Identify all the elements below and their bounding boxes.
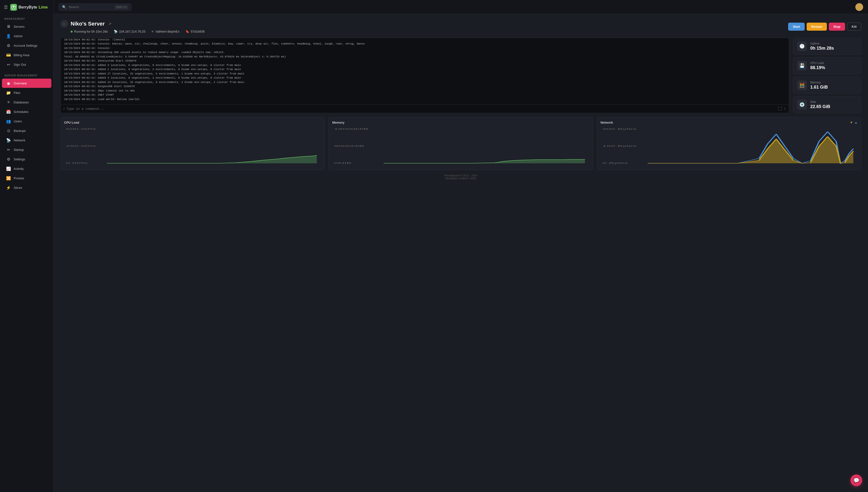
sidebar-label-slices: Slices bbox=[14, 186, 22, 190]
sidebar-label-settings: Settings bbox=[14, 157, 25, 161]
stat-card-uptime: 🕐 Uptime 0h 15m 28s bbox=[793, 38, 861, 55]
sidebar-item-proxies[interactable]: 🔀Proxies bbox=[2, 173, 51, 183]
charts-row: CPU Load 500.00% 250.00% 0.00% Memor bbox=[61, 117, 861, 170]
search-input[interactable] bbox=[69, 5, 112, 9]
console-line: 10/15/2024 00:02:42: Console: /[emote] bbox=[64, 38, 785, 42]
activity-icon: 📈 bbox=[6, 167, 11, 171]
sidebar-label-backups: Backups bbox=[14, 129, 26, 132]
network-down-icon: ▼ bbox=[850, 121, 853, 124]
sidebar-header: ☰ BerryByte Lime bbox=[0, 4, 53, 16]
sidebar-item-backups[interactable]: ⊙Backups bbox=[2, 126, 51, 135]
svg-text:0.00%: 0.00% bbox=[66, 162, 88, 164]
svg-marker-22 bbox=[648, 137, 853, 163]
bookmark-icon: 🔖 bbox=[185, 30, 189, 33]
server-id-text: 57d1b936 bbox=[191, 30, 205, 33]
server-meta: Running for 0h 15m 28s 📡 104.167.214.76:… bbox=[71, 30, 205, 33]
sidebar-item-databases[interactable]: ≡Databases bbox=[2, 98, 51, 107]
status-dot bbox=[71, 31, 73, 32]
stat-card-memory: 🧮 Memory 1.61 GiB bbox=[793, 77, 861, 94]
uptime-stat-value: 0h 15m 28s bbox=[810, 46, 834, 51]
cpu-chart: 500.00% 250.00% 0.00% bbox=[64, 127, 321, 166]
sidebar-item-servers[interactable]: 🖥Servers bbox=[2, 22, 51, 31]
cpu-stat-info: CPU Load 88.19% bbox=[810, 61, 825, 70]
sidebar-label-activity: Activity bbox=[14, 167, 24, 171]
servers-icon: 🖥 bbox=[6, 24, 11, 29]
console-line: 10/15/2024 00:02:42: ZRpc timeout set to… bbox=[64, 89, 785, 93]
server-ip-text: 104.167.214.76:25 bbox=[119, 30, 145, 33]
sidebar-label-files: Files bbox=[14, 91, 20, 95]
console-input-row: / ⛶ ↑ bbox=[61, 104, 789, 113]
network-chart-card: Network ▼ ▲ 300 Bytes 150 Bytes 0 Bytes bbox=[597, 117, 861, 170]
proxies-icon: 🔀 bbox=[6, 176, 11, 180]
sidebar-label-servers: Servers bbox=[14, 25, 25, 28]
external-link-icon[interactable]: ↗ bbox=[108, 22, 111, 26]
footer-line1: Pterodactyl® © 2015 - 2024 bbox=[61, 174, 861, 177]
sidebar-item-users[interactable]: 👥Users bbox=[2, 117, 51, 126]
sidebar-item-slices[interactable]: ⚡Slices bbox=[2, 183, 51, 192]
admin-icon: 👤 bbox=[6, 34, 11, 38]
footer-line2: BerryByte Limited © 2024 bbox=[61, 177, 861, 180]
sidebar-label-account-settings: Account Settings bbox=[14, 44, 38, 47]
page-content: ← Niko's Server ↗ Running for 0h 15m 28s… bbox=[53, 14, 868, 492]
server-game-text: Valheim BepInEx bbox=[156, 30, 180, 33]
console-line: 10/15/2024 00:02:42: Added 24 locations,… bbox=[64, 80, 785, 84]
disk-stat-value: 22.65 GiB bbox=[810, 104, 830, 109]
footer: Pterodactyl® © 2015 - 2024 BerryByte Lim… bbox=[61, 174, 861, 182]
management-section-label: MANAGEMENT bbox=[0, 16, 53, 22]
svg-marker-8 bbox=[107, 155, 317, 163]
restart-button[interactable]: Restart bbox=[806, 23, 827, 31]
user-avatar[interactable] bbox=[855, 3, 863, 11]
sidebar-label-billing-area: Billing Area bbox=[14, 53, 29, 57]
console-prompt: / bbox=[64, 107, 65, 111]
sidebar-item-overview[interactable]: ◉Overview bbox=[2, 79, 51, 88]
sidebar-label-admin: Admin bbox=[14, 34, 23, 38]
chat-bubble[interactable]: 💬 bbox=[850, 474, 862, 486]
memory-stat-icon: 🧮 bbox=[797, 80, 807, 90]
console-line: Total: 66.606933 ms (FindLiveObjects: 5.… bbox=[64, 55, 785, 59]
console-line: 10/15/2024 00:02:42: Console: bbox=[64, 46, 785, 50]
stop-button[interactable]: Stop bbox=[829, 23, 845, 31]
databases-icon: ≡ bbox=[6, 100, 11, 104]
sidebar-item-startup[interactable]: ✏Startup bbox=[2, 145, 51, 154]
sidebar-item-network[interactable]: 📡Network bbox=[2, 136, 51, 145]
start-button[interactable]: Start bbox=[788, 23, 805, 31]
sidebar-label-sign-out: Sign Out bbox=[14, 63, 26, 67]
console-line: 10/15/2024 00:02:42: Added 3 locations, … bbox=[64, 63, 785, 67]
svg-text:150 Bytes: 150 Bytes bbox=[602, 145, 637, 147]
console-line: 10/15/2024 00:02:42: Added 27 locations,… bbox=[64, 72, 785, 76]
sidebar-item-account-settings[interactable]: ⚙Account Settings bbox=[2, 41, 51, 50]
server-management-section-label: SERVER MANAGEMENT bbox=[0, 72, 53, 78]
disk-stat-icon: 💿 bbox=[797, 100, 807, 109]
upload-icon[interactable]: ↑ bbox=[784, 106, 786, 111]
wifi-icon: 📡 bbox=[114, 30, 118, 33]
sidebar-item-admin[interactable]: 👤Admin bbox=[2, 31, 51, 41]
search-box[interactable]: 🔍 Shift + K bbox=[58, 3, 132, 11]
network-chart: 300 Bytes 150 Bytes 0 Bytes bbox=[601, 127, 858, 166]
stats-panel: 🕐 Uptime 0h 15m 28s 💾 CPU Load 88.19% 🧮 … bbox=[793, 38, 861, 113]
server-id: 🔖 57d1b936 bbox=[185, 30, 205, 33]
network-chart-title: Network ▼ ▲ bbox=[601, 121, 858, 124]
sidebar-label-schedules: Schedules bbox=[14, 110, 28, 114]
logo-text-lime: Lime bbox=[39, 5, 47, 9]
logo: BerryByte Lime bbox=[10, 4, 48, 11]
console-input[interactable] bbox=[67, 107, 776, 111]
disk-stat-info: Disk 22.65 GiB bbox=[810, 100, 830, 109]
sidebar-label-databases: Databases bbox=[14, 100, 29, 104]
hamburger-icon[interactable]: ☰ bbox=[4, 5, 8, 10]
sidebar-item-schedules[interactable]: 📅Schedules bbox=[2, 107, 51, 116]
sidebar-item-files[interactable]: 📁Files bbox=[2, 88, 51, 97]
search-shortcut: Shift + K bbox=[115, 5, 128, 9]
sidebar-item-billing-area[interactable]: 💳Billing Area bbox=[2, 50, 51, 59]
kill-button[interactable]: Kill bbox=[847, 23, 861, 31]
console-line: 10/15/2024 00:02:42: Added 1 locations, … bbox=[64, 67, 785, 72]
fullscreen-icon[interactable]: ⛶ bbox=[778, 106, 782, 111]
sidebar-item-settings[interactable]: ⚙Settings bbox=[2, 154, 51, 164]
sidebar-item-sign-out[interactable]: ↩Sign Out bbox=[2, 60, 51, 69]
startup-icon: ✏ bbox=[6, 147, 11, 152]
server-nav: ◉Overview📁Files≡Databases📅Schedules👥User… bbox=[0, 78, 53, 193]
svg-text:500.00%: 500.00% bbox=[66, 128, 96, 130]
network-chart-icons: ▼ ▲ bbox=[850, 121, 858, 124]
page-header: ← Niko's Server ↗ Running for 0h 15m 28s… bbox=[61, 20, 861, 33]
back-button[interactable]: ← bbox=[61, 20, 68, 28]
sidebar-item-activity[interactable]: 📈Activity bbox=[2, 164, 51, 173]
